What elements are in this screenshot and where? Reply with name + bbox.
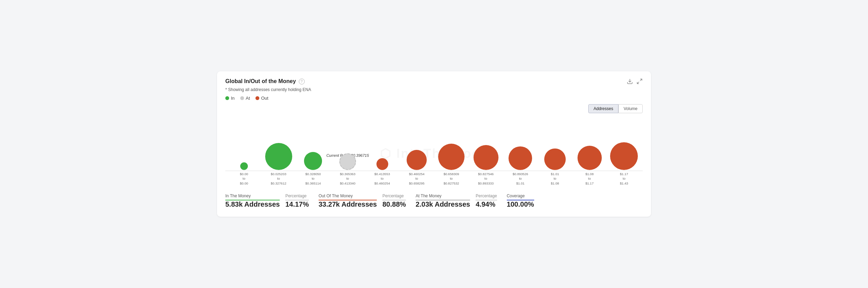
stat-out-the-money: Out Of The Money 33.27k Addresses: [319, 194, 382, 208]
x-label-0: $0.00to$0.00: [227, 172, 261, 186]
bubble-4: [376, 158, 388, 170]
out-the-money-value: 33.27k Addresses: [319, 200, 377, 208]
x-label-10: $1.08to$1.17: [572, 172, 607, 186]
page-title: Global In/Out of the Money: [225, 78, 296, 84]
bubble-8: [509, 146, 532, 170]
bubble-col-5: [399, 150, 434, 170]
header-actions: [627, 78, 643, 84]
x-label-9: $1.01to$1.08: [538, 172, 572, 186]
x-label-7: $0.827546to$0.893333: [469, 172, 503, 186]
x-label-8: $0.893526to$1.01: [503, 172, 538, 186]
help-icon[interactable]: ?: [299, 79, 305, 84]
bubble-col-4: [365, 158, 400, 170]
stat-in-pct: Percentage 14.17%: [285, 194, 319, 208]
svg-line-1: [640, 79, 642, 81]
legend-dot-in: [225, 96, 229, 100]
bubble-9: [544, 148, 566, 170]
bubble-col-2: [296, 152, 330, 170]
legend-label-out: Out: [261, 96, 268, 101]
x-label-6: $0.658309to$0.827532: [434, 172, 469, 186]
x-label-11: $1.17to$1.43: [607, 172, 641, 186]
legend-in: In: [225, 96, 235, 101]
legend-dot-at: [240, 96, 244, 100]
bubble-col-0: [227, 162, 261, 170]
bubble-1: [265, 143, 292, 170]
stat-out-pct: Percentage 80.88%: [382, 194, 416, 208]
legend-label-in: In: [231, 96, 235, 101]
bubble-7: [474, 145, 498, 170]
in-the-money-label: In The Money: [225, 194, 280, 200]
in-pct-label: Percentage: [285, 194, 309, 200]
subtitle: * Showing all addresses currently holdin…: [225, 87, 643, 92]
bubbles-row: Current Price: $0.396715: [225, 115, 643, 170]
legend-at: At: [240, 96, 250, 101]
card-header: Global In/Out of the Money ?: [225, 78, 643, 84]
legend-out: Out: [255, 96, 268, 101]
at-pct-value: 4.94%: [476, 200, 497, 208]
stat-at-pct: Percentage 4.94%: [476, 194, 506, 208]
x-label-5: $0.460254to$0.658295: [399, 172, 434, 186]
bubble-0: [240, 162, 248, 170]
svg-line-2: [637, 82, 639, 84]
legend: In At Out: [225, 96, 643, 101]
expand-icon[interactable]: [636, 78, 643, 84]
tab-row: Addresses Volume: [225, 104, 643, 113]
bubble-10: [578, 146, 602, 170]
chart-area: ⬡ IntoTheBlock Current Price: $0.396715: [225, 115, 643, 187]
legend-label-at: At: [246, 96, 250, 101]
tab-addresses[interactable]: Addresses: [588, 104, 618, 113]
out-pct-label: Percentage: [382, 194, 406, 200]
x-label-2: $0.328050to$0.365114: [296, 172, 330, 186]
at-pct-label: Percentage: [476, 194, 497, 200]
download-icon[interactable]: [627, 78, 633, 84]
bubble-col-11: [607, 142, 641, 170]
tab-volume[interactable]: Volume: [618, 104, 643, 113]
stat-coverage: Coverage 100.00%: [507, 194, 534, 208]
stat-at-the-money: At The Money 2.03k Addresses: [416, 194, 476, 208]
bubble-5: [407, 150, 427, 170]
stat-in-the-money: In The Money 5.83k Addresses: [225, 194, 285, 208]
in-the-money-value: 5.83k Addresses: [225, 200, 280, 208]
bubble-11: [610, 142, 638, 170]
in-pct-value: 14.17%: [285, 200, 309, 208]
coverage-label: Coverage: [507, 194, 534, 200]
x-label-3: $0.365363to$0.413340: [330, 172, 365, 186]
main-card: Global In/Out of the Money ?: [217, 71, 651, 217]
x-label-4: $0.413553to$0.460254: [365, 172, 400, 186]
bubble-col-3: Current Price: $0.396715: [330, 153, 365, 170]
bubble-col-9: [538, 148, 572, 170]
bubble-col-1: [261, 143, 296, 170]
x-label-1: $0.025203to$0.327612: [261, 172, 296, 186]
x-axis: $0.00to$0.00 $0.025203to$0.327612 $0.328…: [225, 171, 643, 186]
bubble-col-10: [572, 146, 607, 170]
bubble-2: [304, 152, 322, 170]
bubble-col-6: [434, 144, 469, 170]
bubble-col-7: [469, 145, 503, 170]
header-left: Global In/Out of the Money ?: [225, 78, 305, 84]
coverage-value: 100.00%: [507, 200, 534, 208]
at-the-money-value: 2.03k Addresses: [416, 200, 470, 208]
at-the-money-label: At The Money: [416, 194, 470, 200]
out-the-money-label: Out Of The Money: [319, 194, 377, 200]
out-pct-value: 80.88%: [382, 200, 406, 208]
bubble-6: [438, 144, 465, 170]
bubble-3: [339, 153, 356, 170]
stats-row: In The Money 5.83k Addresses Percentage …: [225, 194, 643, 208]
legend-dot-out: [255, 96, 259, 100]
bubble-col-8: [503, 146, 538, 170]
